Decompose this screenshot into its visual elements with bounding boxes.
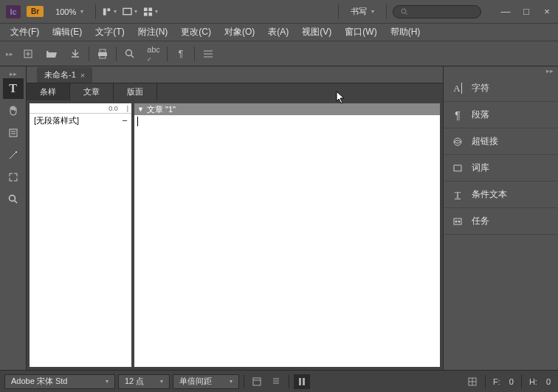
line-spacing-dropdown[interactable]: 单倍间距 ▾ [173,374,239,389]
separator [289,375,289,388]
chevron-down-icon: ▾ [230,378,232,385]
zoom-dropdown[interactable]: 100% ▾ [49,6,89,18]
panel-button[interactable]: ¶段落 [444,102,558,128]
panel-icon [451,162,464,175]
chevron-down-icon: ▾ [371,8,374,15]
hand-tool[interactable] [3,100,24,121]
svg-rect-12 [100,49,106,52]
menu-item[interactable]: 编辑(E) [46,24,88,41]
bridge-badge[interactable]: Br [27,6,44,17]
pilcrow-icon[interactable]: ¶ [170,44,191,64]
search-input[interactable] [393,5,481,18]
print-icon[interactable] [92,44,113,64]
spellcheck-icon[interactable]: abc✓ [143,44,164,64]
disclosure-triangle-icon[interactable]: ▼ [137,106,144,113]
panel-tab[interactable]: 文章 [70,83,114,100]
control-bar: Adobe 宋体 Std ▾ 12 点 ▾ 单倍间距 ▾ F: 0 H: 0 [0,370,558,392]
position-tool[interactable] [3,167,24,188]
save-icon[interactable] [65,44,86,64]
maximize-button[interactable]: □ [521,7,531,17]
svg-rect-20 [10,129,17,137]
menu-item[interactable]: 表(A) [262,24,294,41]
workspace-dropdown[interactable]: 书写 ▾ [345,4,380,18]
svg-point-23 [9,196,15,202]
svg-rect-5 [144,12,148,16]
view2-icon[interactable] [268,374,284,389]
zoom-tool[interactable] [3,189,24,210]
menu-item[interactable]: 附注(N) [132,24,174,41]
svg-line-16 [131,55,134,58]
menu-icon[interactable] [198,44,218,64]
menu-item[interactable]: 对象(O) [218,24,261,41]
panel-icon [451,215,464,228]
styles-header: 0.0 | [30,103,131,114]
panel-button[interactable]: 任务 [444,208,558,235]
story-header: ▼ 文章 "1" [134,103,440,115]
open-icon[interactable] [41,44,62,64]
view3-icon[interactable] [294,374,310,389]
panel-icon: T [451,188,464,202]
panel-icon: A [451,82,464,95]
separator [338,4,339,19]
svg-rect-2 [123,8,131,14]
view-options-icon[interactable]: ▾ [102,4,117,19]
window-controls: — □ × [500,7,552,17]
document-tab[interactable]: 未命名-1 × [37,67,92,83]
view1-icon[interactable] [249,374,265,389]
minimize-button[interactable]: — [500,7,511,17]
panel-button[interactable]: 词库 [444,155,558,182]
font-family-dropdown[interactable]: Adobe 宋体 Std ▾ [4,374,115,389]
svg-rect-0 [103,8,106,15]
expand-toolbar-icon[interactable]: ▸▸ [4,41,15,66]
grid-icon[interactable] [464,374,480,389]
ruler-tick: | [127,105,128,112]
menu-item[interactable]: 文件(F) [4,24,45,41]
panel-label: 段落 [472,109,489,121]
menu-item[interactable]: 窗口(W) [339,24,382,41]
expand-panels-icon[interactable]: ▸▸ [444,66,558,75]
panel-button[interactable]: 超链接 [444,128,558,155]
f-value: 0 [506,377,517,386]
screen-mode-icon[interactable]: ▾ [123,4,137,19]
type-tool[interactable]: T [3,78,24,99]
svg-point-15 [126,49,132,55]
h-label: H: [526,377,540,386]
new-icon[interactable] [18,44,38,64]
svg-rect-6 [149,12,153,16]
spacing-label: 单倍间距 [179,376,212,387]
main-area: ▸▸ T 未命名-1 × 条样文章版面 0.0 | [无段落样式]– [0,66,558,370]
panel-icon: ¶ [451,109,464,122]
left-toolbox: ▸▸ T [0,66,27,370]
story-editor[interactable]: ▼ 文章 "1" [134,103,440,367]
note-tool[interactable] [3,123,24,143]
svg-line-8 [406,13,408,15]
close-button[interactable]: × [542,7,552,17]
svg-rect-34 [299,378,301,385]
font-size-dropdown[interactable]: 12 点 ▾ [118,374,170,389]
style-item[interactable]: [无段落样式]– [30,114,131,128]
panel-label: 字符 [472,82,489,94]
menu-item[interactable]: 帮助(H) [385,24,427,41]
titlebar: Ic Br 100% ▾ ▾ ▾ ▾ 书写 ▾ — □ × [0,0,558,24]
expand-toolbox-icon[interactable]: ▸▸ [0,69,27,78]
eyedropper-tool[interactable] [3,145,24,165]
panel-label: 任务 [472,215,489,227]
menu-item[interactable]: 视图(V) [296,24,337,41]
menu-item[interactable]: 更改(C) [175,24,217,41]
separator [521,375,522,388]
panel-tab[interactable]: 版面 [114,83,157,100]
panel-button[interactable]: T条件文本 [444,182,558,208]
panel-tab[interactable]: 条样 [27,83,70,100]
menu-item[interactable]: 文字(T) [89,24,130,41]
svg-rect-35 [303,378,305,385]
close-tab-icon[interactable]: × [80,71,85,80]
tab-title: 未命名-1 [44,69,76,80]
panel-button[interactable]: A字符 [444,75,558,102]
f-label: F: [490,377,503,386]
separator [386,4,387,19]
find-icon[interactable] [120,44,140,64]
arrange-icon[interactable]: ▾ [143,4,158,19]
separator [167,47,168,61]
panel-icon [451,135,464,148]
separator [244,375,244,388]
